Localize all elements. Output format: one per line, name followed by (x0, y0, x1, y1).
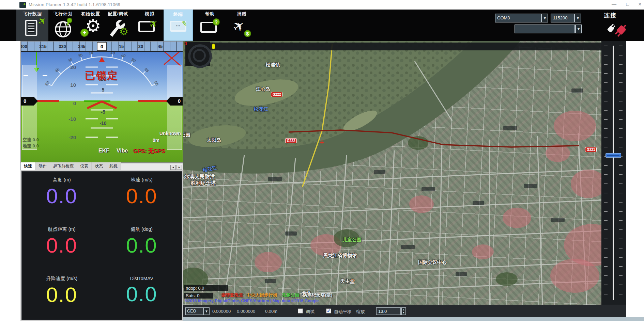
baud-rate-arrow-icon[interactable]: ▼ (574, 14, 581, 22)
quick-yaw[interactable]: 偏航 (deg) 0.0 (102, 221, 182, 270)
vibe-indicator[interactable]: Vibe (117, 148, 128, 154)
quick-value: 0.0 (22, 184, 102, 208)
quick-label: 高度 (m) (22, 177, 102, 183)
quick-label: 航点距离 (m) (22, 226, 102, 232)
close-button[interactable]: × (635, 1, 644, 7)
maximize-button[interactable]: □ (623, 1, 632, 7)
poi-label-green: 兆麟公园 (282, 292, 300, 298)
tab-quick[interactable]: 快速 (21, 162, 35, 170)
coord-format-select[interactable]: GEO (185, 307, 203, 315)
speed-tick: -10 (22, 121, 183, 126)
map-top-bar (210, 43, 601, 50)
tab-actions[interactable]: 动作 (35, 162, 50, 170)
pencil-icon: ✎ (181, 19, 188, 28)
tab-scroll-left-icon[interactable]: ◂ (170, 165, 176, 170)
map-counter: 0 (184, 41, 187, 46)
baud-rate-select[interactable]: 115200 (551, 14, 574, 22)
quick-label: DistToMAV (102, 276, 182, 281)
quick-wp-distance[interactable]: 航点距离 (m) 0.0 (22, 221, 102, 270)
map-status-bar: GEO ▼ 0.000000 0.000000 0.00m 调试 自动平移 缩放… (183, 305, 626, 317)
zoom-label: 缩放 (356, 309, 365, 315)
slider-track[interactable] (613, 46, 614, 300)
heading-label: 300 (20, 44, 27, 49)
tab-config-tuning[interactable]: 配置/调试 ⚙ (104, 10, 132, 41)
map-label-jiangxindao: 江心岛 (256, 86, 270, 92)
quick-dist-to-mav[interactable]: DistToMAV 0.0 (102, 270, 182, 320)
coord-format-arrow-icon[interactable]: ▼ (203, 307, 210, 315)
slider-ticks (604, 46, 608, 300)
tab-status[interactable]: 状态 (92, 162, 106, 170)
map-label-church: 天主堂 (340, 278, 355, 285)
dollar-badge-icon: $ (244, 30, 251, 37)
sats-readout: Sats: 0 (184, 293, 213, 299)
longitude-readout: 0.000000 (237, 309, 255, 314)
mission-planner-window: { "window": { "title": "Mission Planner … (0, 0, 644, 321)
quick-label: 偏航 (deg) (102, 226, 182, 232)
debug-checkbox[interactable] (298, 308, 303, 314)
speed-tick: -5 (22, 109, 183, 115)
map-artwork (183, 41, 601, 305)
map-attribution: ©2016 Imagery DigitalGlobe, CNES/Astrium… (185, 299, 319, 303)
tab-gauges[interactable]: 仪表 (77, 162, 92, 170)
tab-scroll-right-icon[interactable]: ▸ (177, 165, 182, 170)
road-badge-g222: G222 (271, 92, 282, 97)
poi-label-red: 索菲亚教堂 (221, 292, 243, 298)
heading-label: 345 (78, 44, 86, 49)
map-label-songpu: 松浦镇 (266, 62, 280, 68)
hud-artificial-horizon[interactable]: 60 45 30 20 10 10 20 30 45 60 20 10 0 -1… (20, 41, 183, 163)
app-logo-icon (19, 2, 26, 8)
secondary-select[interactable] (515, 25, 575, 33)
quick-altitude[interactable]: 高度 (m) 0.0 (22, 172, 102, 221)
poi-label-white: 防洪纪念塔(堂) (303, 292, 333, 298)
quick-groundspeed[interactable]: 地速 (m/s) 0.0 (102, 172, 182, 221)
poi-label-orange: 中央大街步行街 (246, 292, 277, 298)
main-toolbar: 飞行数据 ✈ 飞行计划 初始设置 ⚙ + 配置/调试 (0, 10, 644, 41)
map-zoom-slider[interactable] (601, 41, 626, 321)
quick-value: 0.0 (102, 184, 182, 208)
map-label-river: 松花江 (254, 106, 268, 112)
arm-status-text: 已锁定 (21, 69, 183, 83)
slider-handle[interactable] (605, 153, 621, 158)
tab-help[interactable]: 帮助 ? (196, 10, 224, 41)
map-label-children-park: 儿童公园 (342, 237, 362, 243)
bottom-edge-strip (183, 317, 644, 321)
data-panel-tabs: 快速 动作 起飞前检查 仪表 状态 舵机 ◂ ▸ (20, 163, 183, 170)
tab-servo[interactable]: 舵机 (106, 162, 121, 170)
flight-data-icon (25, 20, 37, 36)
yellow-marker-icon[interactable] (212, 44, 215, 49)
mode-text: Unknown (159, 131, 181, 136)
tab-simulation[interactable]: 模拟 ✈ (136, 10, 164, 41)
quick-vertical-speed[interactable]: 升降速度 (m/s) 0.0 (22, 270, 102, 320)
zoom-input[interactable]: 13.0 (376, 307, 401, 315)
globe-icon (48, 17, 78, 39)
map-label-museum: 黑龙江省博物馆 (323, 253, 357, 259)
tab-flight-data[interactable]: 飞行数据 ✈ (16, 10, 48, 41)
tab-preflight[interactable]: 起飞前检查 (50, 162, 77, 170)
alt-tick: -5 (167, 109, 183, 115)
road-badge-g221: G221 (585, 147, 597, 152)
minimize-button[interactable]: — (609, 1, 619, 7)
pitch-label: -20 (64, 134, 76, 140)
connect-button[interactable]: 连接 (604, 12, 617, 19)
quick-value: 0.0 (22, 233, 102, 257)
gps-status-text: GPS: 无GPS (133, 148, 165, 155)
ekf-indicator[interactable]: EKF (98, 148, 109, 154)
autopan-label: 自动平移 (334, 309, 352, 315)
tab-donate[interactable]: 捐赠 ✈ $ (226, 10, 257, 41)
tab-terminal[interactable]: 终端 ▪▪▪ ✎ (164, 10, 193, 41)
heading-label: 315 (39, 44, 47, 49)
quick-value: 0.0 (22, 283, 102, 307)
heading-label: 30 (138, 44, 143, 49)
zoom-spinner[interactable]: ▲▼ (401, 307, 406, 315)
quick-label: 升降速度 (m/s) (22, 276, 102, 282)
com-port-arrow-icon[interactable]: ▼ (541, 14, 548, 22)
autopan-checkbox[interactable] (326, 308, 331, 314)
tab-flight-plan[interactable]: 飞行计划 (48, 10, 78, 41)
satellite-map[interactable]: 0 松浦镇 江心岛 G222 松花江 G222 太阳岛 公园 松花江 尔滨人民防… (183, 41, 601, 305)
com-port-select[interactable]: COM3 (495, 14, 541, 22)
groundspeed-text: 地速 0.0 (22, 143, 39, 149)
secondary-select-arrow-icon[interactable]: ▼ (575, 25, 582, 33)
map-label-conference: 国际会议中心 (418, 259, 447, 266)
tab-initial-setup[interactable]: 初始设置 ⚙ + (78, 10, 104, 41)
connect-plug-icon[interactable] (607, 20, 626, 39)
